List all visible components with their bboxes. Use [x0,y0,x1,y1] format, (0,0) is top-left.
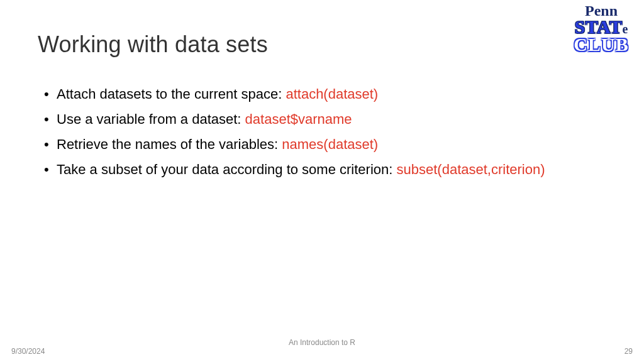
list-item: Take a subset of your data according to … [44,160,606,180]
bullet-code: names(dataset) [282,136,378,152]
bullet-text: Attach datasets to the current space: [57,86,286,102]
footer-date: 9/30/2024 [11,347,45,356]
logo-penn-state-club: Penn STATe CLUB [564,4,639,54]
logo-e: e [623,23,628,35]
bullet-code: dataset$varname [245,111,352,127]
logo-line-3: CLUB [564,36,639,54]
footer-title: An Introduction to R [289,338,355,347]
logo-line-2: STATe [575,18,628,36]
list-item: Attach datasets to the current space: at… [44,84,606,104]
bullet-code: subset(dataset,criterion) [397,162,545,177]
list-item: Use a variable from a dataset: dataset$v… [44,109,606,129]
bullet-text: Take a subset of your data according to … [57,162,397,177]
bullet-text: Retrieve the names of the variables: [57,136,282,152]
footer-page-number: 29 [625,347,633,356]
slide: Penn STATe CLUB Working with data sets A… [0,0,644,362]
slide-footer: 9/30/2024 An Introduction to R 29 [0,347,644,356]
list-item: Retrieve the names of the variables: nam… [44,134,606,155]
bullet-list: Attach datasets to the current space: at… [38,84,606,180]
slide-title: Working with data sets [38,31,606,58]
logo-stat: STAT [575,18,623,36]
bullet-code: attach(dataset) [286,86,378,102]
bullet-text: Use a variable from a dataset: [57,111,245,127]
